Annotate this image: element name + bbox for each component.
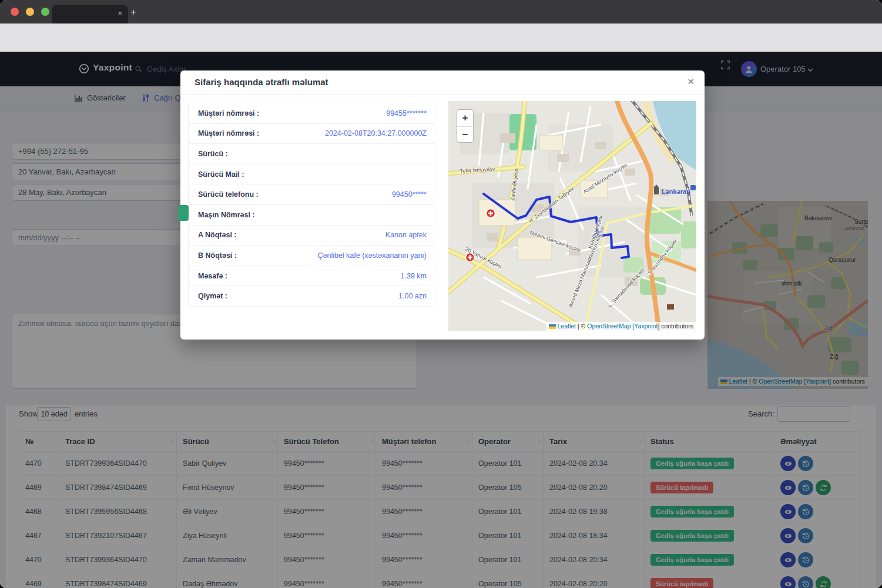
detail-label: Qiymət :	[198, 292, 227, 300]
detail-value: Kanon aptek	[385, 231, 427, 239]
detail-label: B Nöqtəsi :	[198, 251, 237, 260]
green-action-button[interactable]	[178, 205, 189, 221]
detail-value: 1.00 azn	[398, 292, 427, 300]
detail-label: Məsafə :	[198, 272, 227, 280]
detail-value: 99450*****	[392, 190, 427, 199]
minimize-window-button[interactable]	[26, 8, 34, 16]
detail-row: Sürücü Mail :	[189, 164, 435, 185]
browser-toolbar	[0, 23, 882, 52]
detail-row: Maşın Nömrəsi :	[189, 205, 435, 226]
place-label: Lənkəran	[662, 188, 690, 195]
detail-row: Müştəri nömrəsi :2024-02-08T20:34:27.000…	[189, 124, 435, 145]
route-map[interactable]: Tofiq İsmayılovZərifə ƏliyevaH. Zeynalab…	[448, 101, 696, 331]
modal-title: Sifariş haqqında ətraflı məlumat	[194, 77, 328, 87]
leaflet-link[interactable]: Leaflet	[558, 322, 576, 330]
order-details-modal: Sifariş haqqında ətraflı məlumat × Müştə…	[180, 70, 705, 340]
detail-row: Müştəri nömrəsi :99455*******	[189, 103, 435, 124]
detail-label: A Nöqtəsi :	[198, 231, 237, 239]
attribution-text: | ©	[576, 322, 587, 330]
detail-row: Qiymət :1.00 azn	[189, 286, 435, 306]
browser-tab[interactable]: ×	[52, 5, 128, 23]
detail-value: 1.39 km	[401, 272, 427, 280]
detail-row: B Nöqtəsi :Çənlibel kafe (xəstəxananın y…	[189, 246, 435, 266]
detail-label: Müştəri nömrəsi :	[198, 109, 259, 117]
detail-value: Çənlibel kafe (xəstəxananın yanı)	[317, 251, 427, 260]
map-zoom-control: + −	[457, 109, 474, 143]
detail-label: Sürücü Mail :	[198, 170, 244, 179]
browser-window: × + Yaxpoint Gediş Axtar Operator 105	[0, 0, 882, 588]
browser-titlebar: × +	[0, 0, 882, 23]
detail-label: Sürücü :	[198, 150, 228, 158]
detail-label: Maşın Nömrəsi :	[198, 211, 255, 219]
detail-row: A Nöqtəsi :Kanon aptek	[189, 226, 435, 246]
detail-value: 99455*******	[386, 109, 427, 117]
poi-icon	[667, 304, 674, 310]
zoom-out-button[interactable]: −	[457, 126, 473, 143]
modal-fields: Müştəri nömrəsi :99455*******Müştəri nöm…	[188, 103, 435, 307]
modal-header: Sifariş haqqında ətraflı məlumat ×	[180, 70, 705, 95]
new-tab-button[interactable]: +	[130, 7, 136, 17]
app-page: Yaxpoint Gediş Axtar Operator 105 Göstər…	[0, 52, 882, 588]
zoom-in-button[interactable]: +	[457, 110, 473, 126]
tab-close-icon[interactable]: ×	[118, 9, 122, 18]
detail-label: Müştəri nömrəsi :	[198, 129, 259, 137]
detail-row: Sürücü :	[189, 144, 435, 164]
hospital-marker	[487, 209, 495, 218]
route-map-canvas: Tofiq İsmayılovZərifə ƏliyevaH. Zeynalab…	[448, 101, 696, 331]
attribution-text: contributors	[659, 322, 693, 330]
detail-label: Sürücü telefonu :	[198, 190, 259, 199]
ukraine-flag-icon	[549, 324, 556, 329]
map-attribution: Leaflet | © OpenStreetMap [Yaxpoint] con…	[546, 322, 697, 331]
osm-link[interactable]: OpenStreetMap [Yaxpoint]	[587, 322, 659, 330]
detail-row: Sürücü telefonu :99450*****	[189, 184, 435, 205]
close-window-button[interactable]	[11, 8, 19, 16]
detail-value: 2024-02-08T20:34:27.000000Z	[325, 129, 427, 137]
close-icon[interactable]: ×	[688, 75, 694, 88]
detail-row: Məsafə :1.39 km	[189, 266, 435, 287]
maximize-window-button[interactable]	[41, 8, 49, 16]
